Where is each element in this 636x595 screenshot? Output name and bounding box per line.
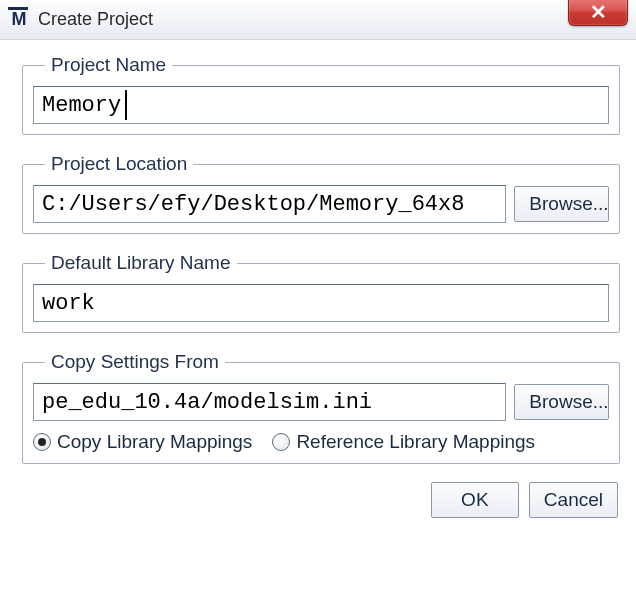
titlebar: M Create Project ✕ [0,0,636,40]
radio-icon [272,433,290,451]
close-button[interactable]: ✕ [568,0,628,26]
copy-settings-options: Copy Library Mappings Reference Library … [33,431,609,453]
dialog-button-row: OK Cancel [22,482,620,518]
radio-copy-library-mappings[interactable]: Copy Library Mappings [33,431,252,453]
dialog-body: Project Name Project Location Browse... … [0,40,636,530]
radio-copy-label: Copy Library Mappings [57,431,252,453]
close-icon: ✕ [590,0,607,24]
radio-icon [33,433,51,451]
project-name-legend: Project Name [45,54,172,76]
copy-settings-legend: Copy Settings From [45,351,225,373]
project-location-group: Project Location Browse... [22,153,620,234]
copy-settings-browse-button[interactable]: Browse... [514,384,609,420]
default-library-group: Default Library Name [22,252,620,333]
project-location-browse-button[interactable]: Browse... [514,186,609,222]
project-location-legend: Project Location [45,153,193,175]
copy-settings-group: Copy Settings From Browse... Copy Librar… [22,351,620,464]
project-name-group: Project Name [22,54,620,135]
project-location-input[interactable] [33,185,506,223]
project-name-input-wrapper [33,86,609,124]
copy-settings-input[interactable] [33,383,506,421]
project-name-input[interactable] [33,86,609,124]
app-icon: M [8,9,30,31]
radio-reference-library-mappings[interactable]: Reference Library Mappings [272,431,535,453]
default-library-legend: Default Library Name [45,252,237,274]
default-library-input[interactable] [33,284,609,322]
cancel-button[interactable]: Cancel [529,482,618,518]
window-title: Create Project [38,9,153,30]
ok-button[interactable]: OK [431,482,519,518]
radio-reference-label: Reference Library Mappings [296,431,535,453]
